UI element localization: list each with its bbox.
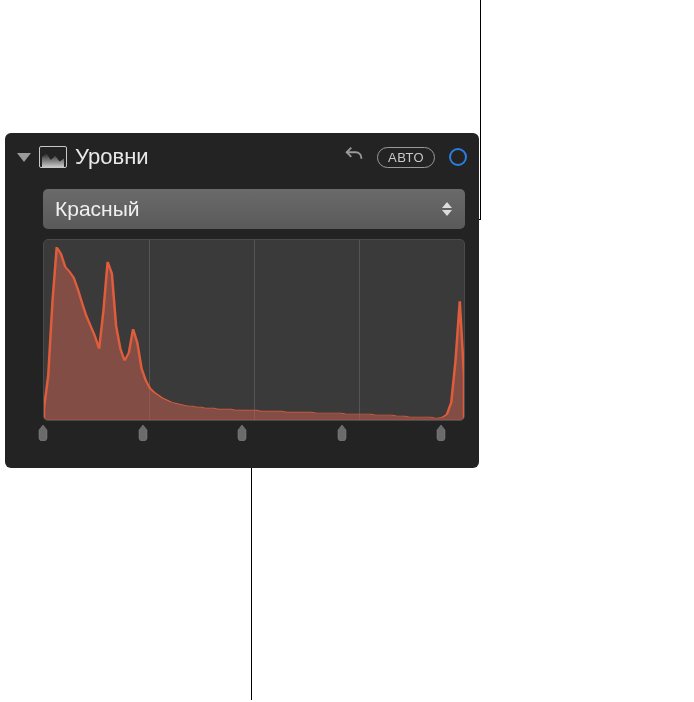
levels-slider-handle-0[interactable] (37, 425, 49, 441)
channel-dropdown[interactable]: Красный (43, 189, 465, 229)
updown-arrows-icon (441, 202, 453, 216)
callout-line-bottom (251, 465, 252, 700)
histogram-display (43, 239, 465, 421)
histogram-svg (44, 240, 464, 420)
active-indicator-icon[interactable] (449, 148, 467, 166)
panel-header: Уровни АВТО (5, 133, 479, 181)
channel-dropdown-label: Красный (55, 197, 441, 221)
levels-slider-handle-2[interactable] (236, 425, 248, 441)
histogram-icon (39, 146, 67, 168)
callout-line-top (480, 0, 481, 220)
levels-panel: Уровни АВТО Красный (5, 133, 479, 468)
panel-title: Уровни (75, 144, 331, 170)
levels-slider-track (43, 421, 441, 451)
levels-slider-handle-4[interactable] (435, 425, 447, 441)
reset-button[interactable] (339, 144, 369, 171)
levels-slider-handle-3[interactable] (336, 425, 348, 441)
disclosure-triangle-icon[interactable] (17, 153, 31, 162)
undo-arrow-icon (343, 144, 365, 166)
levels-slider-handle-1[interactable] (137, 425, 149, 441)
auto-button[interactable]: АВТО (377, 147, 435, 168)
